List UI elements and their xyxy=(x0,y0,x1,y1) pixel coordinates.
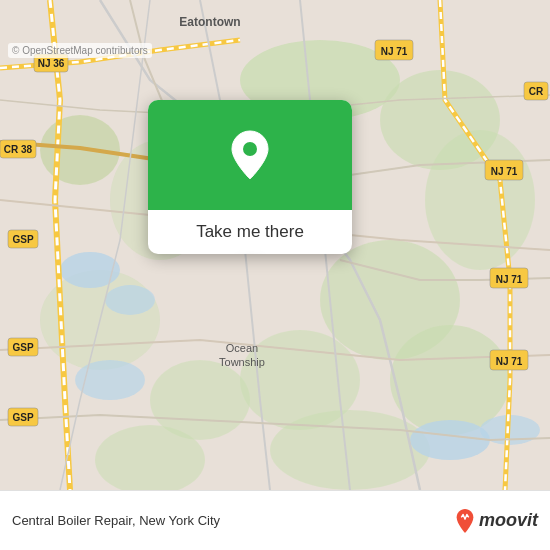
moovit-text: moovit xyxy=(479,510,538,531)
svg-text:NJ 71: NJ 71 xyxy=(491,166,518,177)
svg-text:GSP: GSP xyxy=(12,342,33,353)
svg-text:NJ 71: NJ 71 xyxy=(496,274,523,285)
take-me-there-card[interactable]: Take me there xyxy=(148,100,352,254)
location-pin-icon xyxy=(228,129,272,181)
map-attribution: © OpenStreetMap contributors xyxy=(8,43,152,58)
svg-text:GSP: GSP xyxy=(12,412,33,423)
svg-text:NJ 71: NJ 71 xyxy=(496,356,523,367)
svg-point-41 xyxy=(243,142,257,156)
svg-text:Eatontown: Eatontown xyxy=(179,15,240,29)
place-name: Central Boiler Repair, New York City xyxy=(12,513,220,528)
card-top xyxy=(148,100,352,210)
moovit-logo: moovit xyxy=(454,508,538,534)
svg-text:CR: CR xyxy=(529,86,544,97)
svg-text:Township: Township xyxy=(219,356,265,368)
svg-point-14 xyxy=(105,285,155,315)
map-container: NJ 71 NJ 36 CR 38 GSP GSP GSP NJ 71 NJ 7… xyxy=(0,0,550,490)
svg-point-16 xyxy=(410,420,490,460)
svg-text:Ocean: Ocean xyxy=(226,342,258,354)
bottom-bar: Central Boiler Repair, New York City moo… xyxy=(0,490,550,550)
card-bottom: Take me there xyxy=(148,210,352,254)
take-me-there-label: Take me there xyxy=(196,222,304,241)
svg-text:GSP: GSP xyxy=(12,234,33,245)
svg-point-13 xyxy=(60,252,120,288)
svg-text:NJ 36: NJ 36 xyxy=(38,58,65,69)
svg-text:CR 38: CR 38 xyxy=(4,144,33,155)
moovit-pin-icon xyxy=(454,508,476,534)
svg-text:NJ 71: NJ 71 xyxy=(381,46,408,57)
